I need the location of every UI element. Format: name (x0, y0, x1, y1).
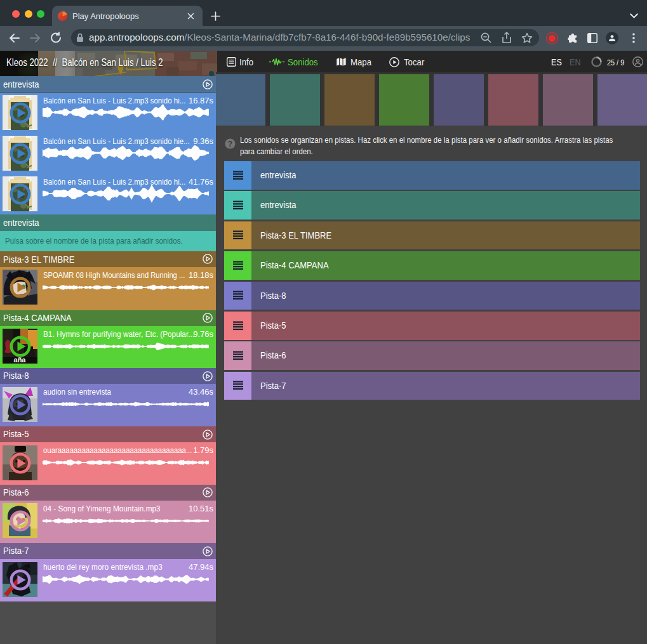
svg-text:?: ? (228, 140, 232, 148)
